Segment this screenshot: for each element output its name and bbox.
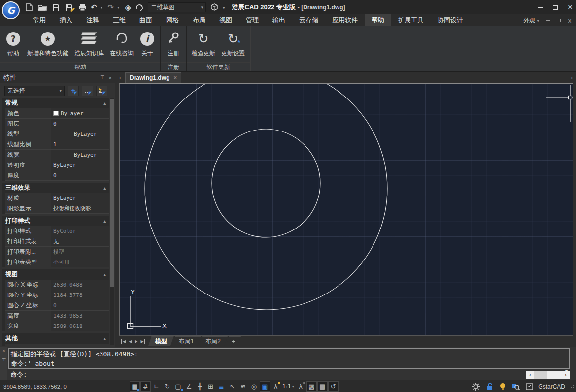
- lineweight-toggle[interactable]: ≣: [216, 381, 227, 392]
- ribbon-tab-11[interactable]: 应用软件: [325, 14, 365, 26]
- property-value[interactable]: 模型: [51, 247, 109, 257]
- property-value[interactable]: ByLayer: [51, 160, 109, 170]
- layout-tab-1[interactable]: 布局1: [172, 336, 201, 346]
- property-value[interactable]: ByLayer: [51, 108, 109, 119]
- new-features-button[interactable]: ★ 新增和特色功能: [25, 28, 70, 58]
- layers-stack-icon[interactable]: ◈: [125, 2, 131, 12]
- ribbon-tab-8[interactable]: 管理: [239, 14, 266, 26]
- knowledge-base-button[interactable]: 浩辰知识库: [72, 28, 106, 58]
- app-logo[interactable]: G: [2, 1, 20, 19]
- maximize-button[interactable]: [552, 4, 559, 11]
- grid-display-toggle[interactable]: #: [140, 381, 151, 392]
- gear-icon[interactable]: [472, 382, 480, 391]
- add-layout-button[interactable]: +: [226, 336, 241, 346]
- property-value[interactable]: 0: [51, 300, 109, 311]
- update-settings-button[interactable]: ↻* 更新设置: [219, 28, 247, 58]
- ribbon-minimize-button[interactable]: [545, 17, 551, 23]
- ribbon-tab-2[interactable]: 注释: [79, 14, 106, 26]
- ortho-mode-toggle[interactable]: ∟: [151, 381, 162, 392]
- snap-mode-toggle[interactable]: ▦: [130, 381, 140, 392]
- properties-scrollbar[interactable]: [110, 98, 114, 345]
- print-icon[interactable]: [77, 2, 87, 12]
- property-value[interactable]: ByLayer: [51, 150, 109, 160]
- ribbon-tab-14[interactable]: 协同设计: [431, 14, 470, 26]
- workspace-select[interactable]: 二维草图 ▾: [148, 2, 206, 12]
- property-value[interactable]: ByLayer: [51, 129, 109, 139]
- section-header[interactable]: 打印样式▴: [2, 216, 109, 226]
- ribbon-tab-6[interactable]: 布局: [186, 14, 212, 26]
- property-value[interactable]: 投射和接收阴影: [51, 203, 109, 214]
- toolbar-options-icon[interactable]: ▾: [223, 5, 227, 10]
- ribbon-close-button[interactable]: x: [567, 17, 573, 23]
- section-header[interactable]: 常规▴: [2, 98, 109, 108]
- about-button[interactable]: i 关于: [137, 28, 157, 58]
- polar-tracking-toggle[interactable]: ↻: [162, 381, 172, 392]
- fullscreen-icon[interactable]: [525, 382, 534, 391]
- register-button[interactable]: 注册: [164, 28, 183, 58]
- open-file-icon[interactable]: [37, 2, 47, 12]
- next-layout-icon[interactable]: ▶: [135, 339, 137, 344]
- dynamic-input-toggle[interactable]: ⊞: [205, 381, 216, 392]
- drawing-canvas[interactable]: X Y: [119, 83, 573, 336]
- close-palette-icon[interactable]: ×: [109, 75, 112, 81]
- save-icon[interactable]: [51, 2, 61, 12]
- ribbon-tab-9[interactable]: 输出: [266, 14, 292, 26]
- annotation-person-toggle[interactable]: λ: [271, 381, 281, 392]
- ribbon-tab-7[interactable]: 视图: [212, 14, 239, 26]
- scroll-left-icon[interactable]: ‹: [526, 372, 534, 378]
- online-consult-button[interactable]: 在线咨询: [108, 28, 136, 58]
- property-value[interactable]: 2589.0618: [51, 321, 109, 331]
- section-header[interactable]: 三维效果▴: [2, 183, 109, 193]
- angle-snap-toggle[interactable]: ∠: [184, 381, 194, 392]
- section-header[interactable]: 其他▴: [2, 333, 109, 344]
- doc-tabs-right-icon[interactable]: ›: [569, 74, 575, 81]
- appearance-menu[interactable]: 外观 ▾: [523, 16, 539, 25]
- ribbon-tab-10[interactable]: 云存储: [292, 14, 325, 26]
- help-button[interactable]: ? 帮助: [3, 28, 23, 58]
- section-header[interactable]: 视图▴: [2, 269, 109, 280]
- clean-screen-toggle[interactable]: ↺: [328, 381, 339, 392]
- redo-dropdown-icon[interactable]: ▾: [117, 5, 121, 10]
- scroll-right-icon[interactable]: ›: [562, 372, 570, 378]
- last-layout-icon[interactable]: ▶: [140, 339, 145, 344]
- save-as-icon[interactable]: [64, 2, 74, 12]
- doc-tab-close-icon[interactable]: ×: [173, 74, 177, 81]
- quick-properties-toggle[interactable]: ↖: [227, 381, 237, 392]
- search-update-icon[interactable]: [511, 382, 520, 391]
- new-file-icon[interactable]: [24, 2, 34, 12]
- resize-grip[interactable]: [571, 385, 575, 389]
- property-value[interactable]: 无: [51, 236, 109, 247]
- doc-tabs-left-icon[interactable]: ‹: [117, 74, 123, 81]
- property-value[interactable]: ByColor: [51, 226, 109, 236]
- headset-icon[interactable]: [135, 2, 144, 12]
- lightbulb-icon[interactable]: [498, 382, 507, 391]
- zoom-toggle[interactable]: ◎: [249, 381, 259, 392]
- ribbon-tab-0[interactable]: 常用: [26, 14, 53, 26]
- ribbon-restore-button[interactable]: [556, 17, 562, 23]
- command-pin-icon[interactable]: ⊤: [2, 358, 6, 362]
- layer-stack-toggle[interactable]: ≋: [238, 381, 248, 392]
- quick-view-toggle[interactable]: ▤: [317, 381, 328, 392]
- property-value[interactable]: ByLayer: [51, 193, 109, 203]
- pin-icon[interactable]: ⊤: [100, 74, 105, 81]
- ribbon-tab-12[interactable]: 帮助: [365, 14, 391, 26]
- ribbon-tab-4[interactable]: 曲面: [133, 14, 159, 26]
- property-value[interactable]: 0: [51, 170, 109, 181]
- property-value[interactable]: 2630.0488: [51, 280, 109, 290]
- minimize-button[interactable]: [537, 4, 544, 11]
- layout-tab-0[interactable]: 模型: [148, 336, 174, 346]
- check-update-button[interactable]: ↻ 检查更新: [190, 28, 217, 58]
- prev-layout-icon[interactable]: ◀: [129, 339, 132, 344]
- quick-select-button[interactable]: +◤: [68, 86, 79, 96]
- property-value[interactable]: 1184.3778: [51, 290, 109, 300]
- cube-icon[interactable]: [209, 2, 219, 12]
- property-value[interactable]: 不可用: [51, 257, 109, 267]
- property-value[interactable]: 1: [51, 139, 109, 150]
- unlock-icon[interactable]: [485, 382, 494, 391]
- annotation-autoscale-toggle[interactable]: λ: [296, 381, 306, 392]
- ribbon-tab-13[interactable]: 扩展工具: [391, 14, 431, 26]
- undo-dropdown-icon[interactable]: ▾: [101, 5, 104, 10]
- object-snap-toggle[interactable]: ▢: [173, 381, 183, 392]
- property-value[interactable]: 0: [51, 119, 109, 129]
- ribbon-tab-5[interactable]: 网格: [159, 14, 186, 26]
